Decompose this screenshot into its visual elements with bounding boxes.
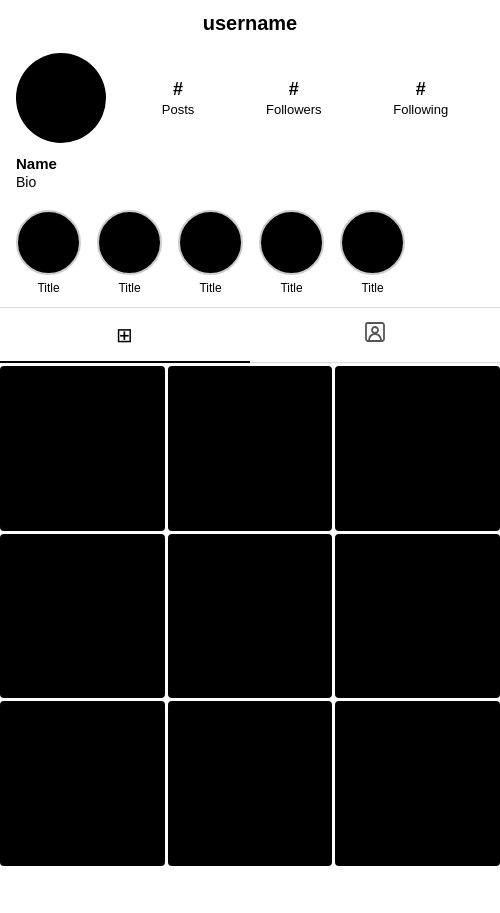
- grid-item-7[interactable]: [0, 701, 165, 866]
- stats-row: # Posts # Followers # Following: [126, 79, 484, 117]
- tabs: ⊞: [0, 307, 500, 363]
- grid-item-9[interactable]: [335, 701, 500, 866]
- highlight-item-4[interactable]: Title: [259, 210, 324, 295]
- grid-item-6[interactable]: [335, 534, 500, 699]
- following-count: #: [416, 79, 426, 100]
- following-label: Following: [393, 102, 448, 117]
- highlight-item-5[interactable]: Title: [340, 210, 405, 295]
- grid-item-4[interactable]: [0, 534, 165, 699]
- tab-tagged[interactable]: [250, 308, 500, 362]
- highlight-title-5: Title: [361, 281, 383, 295]
- followers-label: Followers: [266, 102, 322, 117]
- svg-point-1: [372, 327, 378, 333]
- stat-posts[interactable]: # Posts: [162, 79, 195, 117]
- stat-following[interactable]: # Following: [393, 79, 448, 117]
- profile-bio: Bio: [16, 174, 484, 190]
- highlight-item-2[interactable]: Title: [97, 210, 162, 295]
- stat-followers[interactable]: # Followers: [266, 79, 322, 117]
- posts-grid: [0, 363, 500, 866]
- posts-label: Posts: [162, 102, 195, 117]
- highlight-circle-1: [16, 210, 81, 275]
- grid-item-2[interactable]: [168, 366, 333, 531]
- name-bio-section: Name Bio: [0, 155, 500, 202]
- header: username: [0, 0, 500, 43]
- profile-name: Name: [16, 155, 484, 172]
- tab-grid[interactable]: ⊞: [0, 308, 250, 362]
- highlight-title-3: Title: [199, 281, 221, 295]
- highlight-item-1[interactable]: Title: [16, 210, 81, 295]
- highlight-circle-3: [178, 210, 243, 275]
- highlights-row: Title Title Title Title Title: [0, 202, 500, 307]
- posts-count: #: [173, 79, 183, 100]
- grid-item-8[interactable]: [168, 701, 333, 866]
- grid-item-1[interactable]: [0, 366, 165, 531]
- avatar[interactable]: [16, 53, 106, 143]
- tagged-icon: [363, 320, 387, 350]
- grid-item-3[interactable]: [335, 366, 500, 531]
- grid-item-5[interactable]: [168, 534, 333, 699]
- followers-count: #: [289, 79, 299, 100]
- highlight-circle-4: [259, 210, 324, 275]
- highlight-circle-5: [340, 210, 405, 275]
- highlight-title-2: Title: [118, 281, 140, 295]
- profile-section: # Posts # Followers # Following: [0, 43, 500, 155]
- grid-icon: ⊞: [116, 323, 134, 347]
- highlight-title-4: Title: [280, 281, 302, 295]
- username-label: username: [203, 12, 298, 35]
- highlight-circle-2: [97, 210, 162, 275]
- highlight-title-1: Title: [37, 281, 59, 295]
- highlight-item-3[interactable]: Title: [178, 210, 243, 295]
